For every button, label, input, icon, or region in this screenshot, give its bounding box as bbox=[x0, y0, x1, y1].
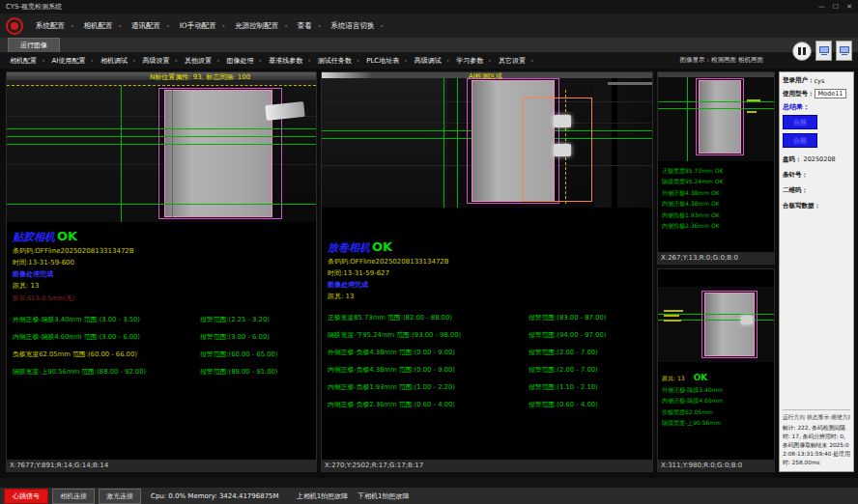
thumb-measure-line: 内侧正极4.38mm OK bbox=[662, 198, 770, 209]
heartbeat-button[interactable]: 心跳信号 bbox=[4, 489, 48, 504]
measurement-row: 内侧正极-负极2.36mm 范围:(0.60 - 4.00) 报警范围:(0.6… bbox=[328, 400, 646, 409]
result-boxes: 合格合格 bbox=[783, 115, 850, 148]
thumbnail-view-2[interactable]: 跟其: 13 OK 外侧正极-隔膜3.40mm内侧正极-隔膜4.60mm负极宽度… bbox=[657, 268, 775, 472]
toolbar-item[interactable]: PLC地址表 bbox=[364, 55, 410, 67]
maximize-button[interactable]: ☐ bbox=[833, 3, 839, 11]
menu-item[interactable]: 系统配置 bbox=[33, 19, 77, 33]
thumb-measure-line: 内侧负极2.36mm OK bbox=[662, 220, 770, 231]
measurement-value: 隔膜宽度-上90.56mm 范围:(88.00 - 92.00) bbox=[13, 367, 200, 377]
field-value: 20250208 bbox=[804, 155, 836, 163]
toolbar-item[interactable]: 相机调试 bbox=[99, 55, 138, 67]
machine-structure bbox=[594, 78, 652, 208]
menu-item[interactable]: 光源控制配置 bbox=[232, 19, 291, 33]
alarm-range: 报警范围:(89.00 - 91.00) bbox=[200, 367, 310, 377]
yellow-marker bbox=[747, 111, 757, 113]
model-select[interactable]: Mode11 bbox=[815, 89, 847, 98]
camera-view-1-button[interactable] bbox=[815, 41, 832, 61]
close-button[interactable]: ✕ bbox=[846, 3, 852, 11]
pixel-coordinate-bar: X:270;Y:2502;R:17;G:17;B:17 bbox=[322, 460, 652, 471]
pause-button[interactable] bbox=[792, 42, 812, 61]
alarm-range: 报警范围:(83.00 - 87.00) bbox=[529, 313, 646, 322]
measurement-value: 外侧正极-负极4.38mm 范围:(0.00 - 9.00) bbox=[328, 348, 529, 357]
thumb-measure-lines: 跟其: 13 OK 外侧正极-隔膜3.40mm内侧正极-隔膜4.60mm负极宽度… bbox=[658, 362, 774, 460]
camera-view-left[interactable]: N标位置属性: 93, 标志间隔: 100 bbox=[7, 72, 316, 222]
machine-rail bbox=[658, 72, 774, 77]
result-ok-badge: OK bbox=[694, 373, 708, 382]
top-icon-buttons bbox=[792, 41, 852, 61]
main-content: N标位置属性: 93, 标志间隔: 100 贴胶相机OK 条码码:OFFline… bbox=[0, 69, 858, 478]
laser-connect-button[interactable]: 激光连接 bbox=[99, 489, 141, 504]
battery-cell-region bbox=[704, 293, 755, 356]
toolbar-item[interactable]: 测试任务数 bbox=[316, 55, 362, 67]
measurement-row: 内侧正极-负极1.93mm 范围:(1.00 - 2.20) 报警范围:(1.1… bbox=[328, 382, 646, 392]
green-guide-line bbox=[457, 78, 458, 208]
stats-text: 帧计: 222, 条码检测间隔时: 17, 条码分辨用时: 0, 条码图像取帧结… bbox=[783, 424, 850, 467]
process-status-line: 图像处理完成 bbox=[13, 269, 310, 279]
green-guide-line bbox=[121, 85, 122, 222]
toolbar-item[interactable]: 学习参数 bbox=[454, 55, 494, 67]
green-measure-line bbox=[658, 101, 774, 102]
menu-item[interactable]: 查看 bbox=[295, 19, 325, 33]
yellow-guide-line bbox=[7, 85, 316, 86]
menu-item[interactable]: 相机配置 bbox=[81, 19, 126, 33]
measurement-value: 外侧正极-隔膜3.40mm 范围:(3.00 - 3.50) bbox=[13, 315, 200, 324]
result-text-left: 贴胶相机OK 条码码:OFFline2025020813313472B 时间:1… bbox=[7, 222, 316, 460]
alarm-range: 报警范围:(3.00 - 6.00) bbox=[200, 332, 310, 342]
measurement-value: 内侧正极-负极1.93mm 范围:(1.00 - 2.20) bbox=[328, 382, 529, 392]
menu-item[interactable]: IO手动配置 bbox=[177, 19, 229, 33]
alarm-range: 报警范围:(94.00 - 97.00) bbox=[529, 330, 646, 340]
battery-cell-region bbox=[164, 90, 272, 217]
overlay-annotation: N标位置属性: 93, 标志间隔: 100 bbox=[150, 72, 250, 82]
measurement-row: 外侧正极-隔膜3.40mm 范围:(3.00 - 3.50) 报警范围:(2.2… bbox=[13, 315, 310, 324]
yellow-marker bbox=[664, 315, 679, 317]
menu-item[interactable]: 系统语言切换 bbox=[328, 19, 386, 33]
thumbnail-column: 正极宽度85.73mm OK隔膜宽度95.24mm OK外侧正极4.38mm O… bbox=[657, 71, 775, 472]
thumbnail-view-1[interactable]: 正极宽度85.73mm OK隔膜宽度95.24mm OK外侧正极4.38mm O… bbox=[657, 71, 775, 265]
login-user-value: cys bbox=[815, 77, 825, 85]
tab-connector bbox=[554, 115, 571, 127]
camera-view-2-button[interactable] bbox=[836, 41, 852, 61]
measurement-row: 正极宽度85.73mm 范围:(82.00 - 88.00) 报警范围:(83.… bbox=[328, 313, 646, 322]
thumb-image-2 bbox=[658, 287, 774, 362]
toolbar-item[interactable]: 高级调试 bbox=[413, 55, 452, 67]
thumb-measure-lines: 正极宽度85.73mm OK隔膜宽度95.24mm OK外侧正极4.38mm O… bbox=[658, 161, 774, 252]
measurement-list: 外侧正极-隔膜3.40mm 范围:(3.00 - 3.50) 报警范围:(2.2… bbox=[13, 315, 310, 377]
toolbar-item[interactable]: 基准线参数 bbox=[267, 55, 313, 67]
result-box: 合格 bbox=[783, 115, 817, 129]
measurement-list: 正极宽度85.73mm 范围:(82.00 - 88.00) 报警范围:(83.… bbox=[328, 313, 646, 409]
alarm-range: 报警范围:(2.25 - 3.20) bbox=[200, 315, 310, 324]
barcode-line: 条码码:OFFline2025020813313472B bbox=[328, 257, 646, 266]
green-measure-line bbox=[658, 108, 774, 109]
alarm-range: 报警范围:(2.00 - 7.00) bbox=[529, 348, 646, 357]
toolbar-item[interactable]: 相机配置 bbox=[8, 55, 47, 67]
menu-bar: 系统配置相机配置通讯配置IO手动配置光源控制配置查看系统语言切换 bbox=[0, 14, 858, 38]
status-bar: 心跳信号 相机连接 激光连接 Cpu: 0.0% Memory: 3424.41… bbox=[0, 488, 858, 504]
toolbar-item[interactable]: 图像处理 bbox=[225, 55, 265, 67]
toolbar-item[interactable]: 其它设置 bbox=[497, 55, 536, 67]
app-logo-icon bbox=[6, 17, 23, 35]
camera-view-right[interactable]: AI检测区域 bbox=[322, 72, 652, 208]
measurement-value: 内侧正极-负极2.36mm 范围:(0.60 - 4.00) bbox=[328, 400, 529, 409]
camera-connect-button[interactable]: 相机连接 bbox=[52, 489, 95, 504]
camera-panel-left: N标位置属性: 93, 标志间隔: 100 贴胶相机OK 条码码:OFFline… bbox=[6, 71, 317, 472]
count-line: 跟其: 13 bbox=[328, 292, 646, 301]
title-bar: CYS-视觉检测系统 — ☐ ✕ bbox=[0, 0, 858, 14]
tab-strip: 运行图像 bbox=[0, 38, 858, 52]
machine-structure bbox=[7, 85, 157, 222]
toolbar: 相机配置AI使用配置相机调试高级设置其他设置图像处理基准线参数测试任务数PLC地… bbox=[0, 52, 858, 69]
camera-title: 贴胶相机 bbox=[13, 231, 55, 243]
camera-title: 放卷相机 bbox=[328, 241, 370, 254]
menu-item[interactable]: 通讯配置 bbox=[129, 19, 173, 33]
camera-panel-right: AI检测区域 放卷相机OK 条码码:OFFline202502081331347… bbox=[321, 71, 653, 472]
process-status-line: 图像处理完成 bbox=[328, 280, 646, 290]
toolbar-item[interactable]: AI使用配置 bbox=[50, 55, 96, 67]
window-title: CYS-视觉检测系统 bbox=[6, 2, 62, 12]
yellow-marker bbox=[747, 99, 760, 101]
toolbar-item[interactable]: 其他设置 bbox=[183, 55, 222, 67]
measurement-value: 正极宽度85.73mm 范围:(82.00 - 88.00) bbox=[328, 313, 529, 322]
toolbar-item[interactable]: 高级设置 bbox=[141, 55, 181, 67]
tab-run-image[interactable]: 运行图像 bbox=[8, 38, 60, 52]
minimize-button[interactable]: — bbox=[818, 3, 825, 11]
model-label: 使用型号： bbox=[783, 90, 815, 98]
barcode-line: 条码码:OFFline2025020813313472B bbox=[13, 246, 310, 256]
